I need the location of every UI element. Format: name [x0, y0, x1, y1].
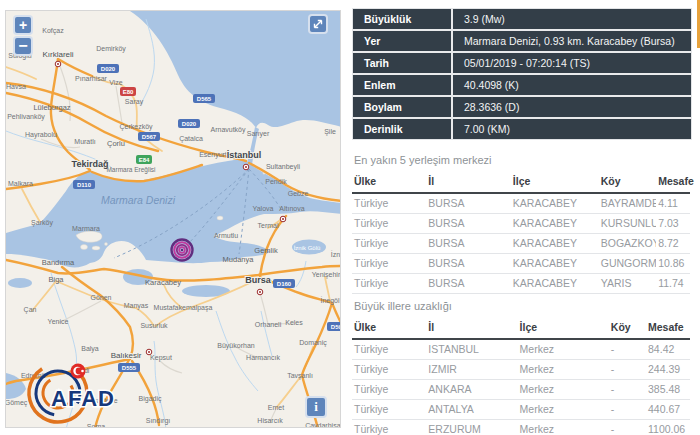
fullscreen-button[interactable] — [308, 14, 328, 34]
detail-row: Enlem 40.4098 (K) — [353, 75, 691, 95]
map-label: Çatalca — [179, 135, 203, 143]
map-label: Kepsut — [150, 354, 172, 362]
svg-text:E80: E80 — [123, 89, 134, 95]
map-label: Sındırgı — [146, 417, 171, 425]
column-header: Ülke — [352, 318, 426, 339]
map-label: Termal — [257, 222, 278, 229]
map-label: İstanbul — [227, 150, 262, 160]
map-label: Orhaneli — [255, 321, 282, 328]
map-label: Biga — [48, 275, 64, 284]
map-label: Büyükorhan — [217, 342, 254, 350]
map-label: Gönen — [90, 294, 111, 301]
afad-logo-text: AFAD — [51, 386, 115, 411]
city-marker — [280, 216, 286, 222]
map-label: Armutlu — [214, 232, 238, 239]
map-label: Marmara — [72, 225, 100, 232]
detail-row: Büyüklük 3.9 (Mw) — [353, 9, 691, 29]
svg-text:D110: D110 — [77, 182, 92, 188]
map-label: Yenice — [48, 318, 69, 325]
svg-text:D595: D595 — [331, 324, 341, 330]
city-marker — [257, 289, 263, 295]
table-header-row: Ülke İl İlçe Köy Mesafe — [352, 172, 690, 193]
map-label: Bursa — [245, 275, 272, 285]
column-header: İl — [426, 318, 517, 339]
map-label: Malkara — [8, 180, 33, 187]
map-label: Havsa — [6, 83, 26, 90]
table-row: TürkiyeBURSAKARACABEYYARIS11.74 — [352, 274, 690, 294]
zoom-out-button[interactable]: − — [13, 36, 33, 56]
road-badge: D020 — [97, 64, 119, 73]
detail-label: Yer — [353, 31, 453, 51]
map-label: Sultanbeyli — [266, 163, 301, 171]
major-cities-section: Büyük illere uzaklığı Ülke İl İlçe Köy M… — [352, 300, 690, 435]
detail-value: Marmara Denizi, 0.93 km. Karacabey (Burs… — [453, 31, 691, 51]
map-panel[interactable]: D020 E80 D565 D567 E84 D110 D020 D160 D5… — [5, 10, 341, 428]
map-label: Marmara Ereğlisi — [106, 166, 155, 174]
map-label: Çavdarhisar — [305, 422, 341, 428]
map-label: Sarıyer — [247, 130, 270, 138]
road-badge: D565 — [193, 94, 215, 103]
table-row: TürkiyeIZMIRMerkez-244.39 — [352, 360, 690, 380]
road-badge: D160 — [273, 279, 295, 288]
table-row: TürkiyeBURSAKARACABEYGUNGORMEZ10.86 — [352, 254, 690, 274]
map-label: Vize — [109, 79, 123, 86]
fullscreen-icon — [312, 18, 324, 30]
column-header: Mesafe — [656, 172, 690, 193]
map-label: Hayrabolu — [25, 131, 57, 139]
map-label: Lüleburgaz — [33, 103, 70, 112]
table-row: TürkiyeBURSAKARACABEYKURSUNLU7.03 — [352, 214, 690, 234]
detail-row: Boylam 28.3636 (D) — [353, 97, 691, 117]
turkish-flag-icon — [71, 364, 86, 379]
column-header: Köy — [609, 318, 646, 339]
detail-label: Derinlik — [353, 119, 453, 139]
road-badge: E84 — [136, 155, 152, 164]
nearest-settlements-table: Ülke İl İlçe Köy Mesafe TürkiyeBURSAKARA… — [352, 172, 690, 294]
table-row: TürkiyeANTALYAMerkez-440.67 — [352, 400, 690, 420]
nearest-settlements-section: En yakın 5 yerleşim merkezi Ülke İl İlçe… — [352, 154, 690, 294]
column-header: İl — [426, 172, 511, 193]
map-label: Bigadiç — [139, 395, 162, 403]
details-table: Büyüklük 3.9 (Mw) Yer Marmara Denizi, 0.… — [352, 8, 692, 140]
detail-label: Boylam — [353, 97, 453, 117]
map-label: Pınarhisar — [75, 75, 108, 82]
map-label: Balıkesir — [111, 351, 142, 360]
detail-value: 3.9 (Mw) — [453, 9, 691, 29]
road-badge: E80 — [120, 87, 136, 96]
earthquake-detail-panel: Büyüklük 3.9 (Mw) Yer Marmara Denizi, 0.… — [352, 0, 690, 435]
map-label: Yenişehir — [312, 271, 341, 279]
map-label: Keles — [285, 319, 303, 326]
map-label: Manyas — [124, 302, 149, 310]
map-label: Kırklareli — [42, 50, 73, 59]
table-row: TürkiyeBURSAKARACABEYBOGAZKOY8.72 — [352, 234, 690, 254]
lake-label: İznik Gölü — [294, 245, 321, 251]
map-label: İznik — [331, 250, 341, 258]
city-marker — [243, 164, 249, 170]
map-label: Kofçaz — [42, 27, 64, 35]
map-label: Altınova — [279, 205, 304, 212]
map-label: Gömeç — [6, 399, 28, 407]
table-row: TürkiyeBURSAKARACABEYBAYRAMDERE4.11 — [352, 193, 690, 214]
zoom-in-button[interactable]: + — [13, 15, 33, 35]
svg-text:D020: D020 — [101, 66, 116, 72]
map-label: Mustafakemalpaşa — [154, 304, 213, 312]
table-row: TürkiyeERZURUMMerkez-1100.06 — [352, 420, 690, 435]
info-button[interactable]: i — [305, 396, 327, 418]
map[interactable]: D020 E80 D565 D567 E84 D110 D020 D160 D5… — [6, 11, 341, 428]
table-header-row: Ülke İl İlçe Köy Mesafe — [352, 318, 690, 339]
section-title: Büyük illere uzaklığı — [354, 300, 690, 312]
svg-text:D565: D565 — [197, 96, 212, 102]
epicenter-marker[interactable] — [172, 240, 193, 261]
map-label: Bandırma — [42, 258, 75, 267]
svg-text:D555: D555 — [122, 365, 137, 371]
column-header: İlçe — [511, 172, 599, 193]
road-badge: D110 — [73, 180, 95, 189]
map-label: Emet — [268, 404, 284, 411]
map-label: Pendik — [265, 178, 287, 185]
map-label: Arnavutköy — [210, 126, 246, 134]
column-header: İlçe — [518, 318, 609, 339]
road-badge: D567 — [138, 132, 160, 141]
detail-row: Yer Marmara Denizi, 0.93 km. Karacabey (… — [353, 31, 691, 51]
detail-value: 7.00 (KM) — [453, 119, 691, 139]
svg-text:D020: D020 — [182, 121, 197, 127]
detail-label: Tarih — [353, 53, 453, 73]
